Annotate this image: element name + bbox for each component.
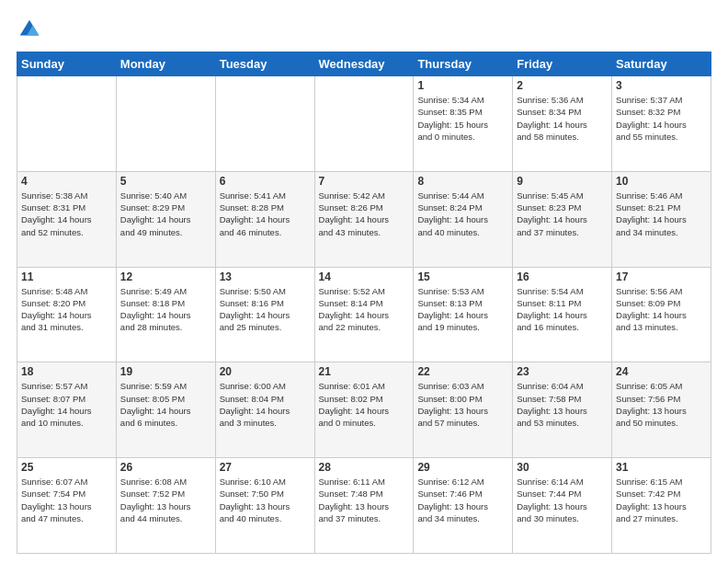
day-number: 24 <box>616 365 707 378</box>
table-row: 12Sunrise: 5:49 AM Sunset: 8:18 PM Dayli… <box>116 267 215 362</box>
day-info: Sunrise: 5:42 AM Sunset: 8:26 PM Dayligh… <box>319 190 410 238</box>
day-info: Sunrise: 5:50 AM Sunset: 8:16 PM Dayligh… <box>220 285 311 334</box>
day-info: Sunrise: 6:05 AM Sunset: 7:56 PM Dayligh… <box>616 380 707 429</box>
day-number: 11 <box>21 270 112 283</box>
calendar-week-row: 1Sunrise: 5:34 AM Sunset: 8:35 PM Daylig… <box>17 76 711 172</box>
day-info: Sunrise: 5:34 AM Sunset: 8:35 PM Dayligh… <box>417 94 508 143</box>
table-row: 24Sunrise: 6:05 AM Sunset: 7:56 PM Dayli… <box>612 362 711 458</box>
table-row: 5Sunrise: 5:40 AM Sunset: 8:29 PM Daylig… <box>116 171 215 267</box>
table-row: 22Sunrise: 6:03 AM Sunset: 8:00 PM Dayli… <box>414 362 513 458</box>
day-number: 6 <box>220 175 311 188</box>
table-row <box>116 76 215 172</box>
calendar-week-row: 25Sunrise: 6:07 AM Sunset: 7:54 PM Dayli… <box>17 458 711 554</box>
table-row: 30Sunrise: 6:14 AM Sunset: 7:44 PM Dayli… <box>513 458 612 554</box>
day-info: Sunrise: 5:52 AM Sunset: 8:14 PM Dayligh… <box>319 285 410 334</box>
table-row <box>314 76 414 172</box>
logo-icon <box>17 17 42 42</box>
day-info: Sunrise: 5:36 AM Sunset: 8:34 PM Dayligh… <box>517 94 608 143</box>
day-number: 19 <box>120 365 211 378</box>
table-row: 10Sunrise: 5:46 AM Sunset: 8:21 PM Dayli… <box>612 171 711 267</box>
day-info: Sunrise: 5:56 AM Sunset: 8:09 PM Dayligh… <box>616 285 707 334</box>
day-number: 7 <box>319 175 410 188</box>
table-row: 8Sunrise: 5:44 AM Sunset: 8:24 PM Daylig… <box>414 171 513 267</box>
day-info: Sunrise: 6:01 AM Sunset: 8:02 PM Dayligh… <box>319 380 410 429</box>
table-row: 17Sunrise: 5:56 AM Sunset: 8:09 PM Dayli… <box>612 267 711 362</box>
day-info: Sunrise: 5:49 AM Sunset: 8:18 PM Dayligh… <box>120 285 211 334</box>
day-info: Sunrise: 5:44 AM Sunset: 8:24 PM Dayligh… <box>417 190 508 238</box>
table-row: 20Sunrise: 6:00 AM Sunset: 8:04 PM Dayli… <box>215 362 314 458</box>
table-row: 13Sunrise: 5:50 AM Sunset: 8:16 PM Dayli… <box>215 267 314 362</box>
day-number: 10 <box>616 175 707 188</box>
col-thursday: Thursday <box>414 52 513 76</box>
col-tuesday: Tuesday <box>215 52 314 76</box>
day-number: 31 <box>616 461 707 474</box>
day-info: Sunrise: 5:59 AM Sunset: 8:05 PM Dayligh… <box>120 380 211 429</box>
day-number: 13 <box>220 270 311 283</box>
day-info: Sunrise: 5:45 AM Sunset: 8:23 PM Dayligh… <box>517 190 608 238</box>
col-sunday: Sunday <box>17 52 117 76</box>
day-number: 15 <box>417 270 508 283</box>
table-row: 19Sunrise: 5:59 AM Sunset: 8:05 PM Dayli… <box>116 362 215 458</box>
day-info: Sunrise: 6:04 AM Sunset: 7:58 PM Dayligh… <box>517 380 608 429</box>
table-row: 6Sunrise: 5:41 AM Sunset: 8:28 PM Daylig… <box>215 171 314 267</box>
col-wednesday: Wednesday <box>314 52 414 76</box>
day-number: 8 <box>417 175 508 188</box>
day-number: 18 <box>21 365 112 378</box>
table-row: 31Sunrise: 6:15 AM Sunset: 7:42 PM Dayli… <box>612 458 711 554</box>
table-row: 16Sunrise: 5:54 AM Sunset: 8:11 PM Dayli… <box>513 267 612 362</box>
day-info: Sunrise: 5:37 AM Sunset: 8:32 PM Dayligh… <box>616 94 707 143</box>
day-info: Sunrise: 5:54 AM Sunset: 8:11 PM Dayligh… <box>517 285 608 334</box>
header <box>17 17 711 42</box>
table-row: 18Sunrise: 5:57 AM Sunset: 8:07 PM Dayli… <box>17 362 117 458</box>
day-number: 23 <box>517 365 608 378</box>
day-info: Sunrise: 6:12 AM Sunset: 7:46 PM Dayligh… <box>417 476 508 524</box>
table-row: 25Sunrise: 6:07 AM Sunset: 7:54 PM Dayli… <box>17 458 117 554</box>
day-number: 20 <box>220 365 311 378</box>
day-info: Sunrise: 6:07 AM Sunset: 7:54 PM Dayligh… <box>21 476 112 524</box>
day-number: 28 <box>319 461 410 474</box>
logo <box>17 17 46 42</box>
day-info: Sunrise: 5:48 AM Sunset: 8:20 PM Dayligh… <box>21 285 112 334</box>
day-info: Sunrise: 5:38 AM Sunset: 8:31 PM Dayligh… <box>21 190 112 238</box>
page: Sunday Monday Tuesday Wednesday Thursday… <box>0 0 728 563</box>
day-number: 2 <box>517 79 608 92</box>
col-monday: Monday <box>116 52 215 76</box>
day-info: Sunrise: 5:41 AM Sunset: 8:28 PM Dayligh… <box>220 190 311 238</box>
day-info: Sunrise: 5:57 AM Sunset: 8:07 PM Dayligh… <box>21 380 112 429</box>
day-info: Sunrise: 6:14 AM Sunset: 7:44 PM Dayligh… <box>517 476 608 524</box>
table-row: 9Sunrise: 5:45 AM Sunset: 8:23 PM Daylig… <box>513 171 612 267</box>
day-number: 30 <box>517 461 608 474</box>
day-info: Sunrise: 6:15 AM Sunset: 7:42 PM Dayligh… <box>616 476 707 524</box>
table-row: 1Sunrise: 5:34 AM Sunset: 8:35 PM Daylig… <box>414 76 513 172</box>
day-info: Sunrise: 5:53 AM Sunset: 8:13 PM Dayligh… <box>417 285 508 334</box>
table-row: 29Sunrise: 6:12 AM Sunset: 7:46 PM Dayli… <box>414 458 513 554</box>
day-number: 1 <box>417 79 508 92</box>
day-number: 14 <box>319 270 410 283</box>
table-row: 21Sunrise: 6:01 AM Sunset: 8:02 PM Dayli… <box>314 362 414 458</box>
day-info: Sunrise: 5:40 AM Sunset: 8:29 PM Dayligh… <box>120 190 211 238</box>
day-number: 4 <box>21 175 112 188</box>
day-number: 17 <box>616 270 707 283</box>
day-info: Sunrise: 6:08 AM Sunset: 7:52 PM Dayligh… <box>120 476 211 524</box>
calendar-week-row: 4Sunrise: 5:38 AM Sunset: 8:31 PM Daylig… <box>17 171 711 267</box>
day-number: 3 <box>616 79 707 92</box>
table-row: 26Sunrise: 6:08 AM Sunset: 7:52 PM Dayli… <box>116 458 215 554</box>
day-info: Sunrise: 5:46 AM Sunset: 8:21 PM Dayligh… <box>616 190 707 238</box>
col-friday: Friday <box>513 52 612 76</box>
table-row: 7Sunrise: 5:42 AM Sunset: 8:26 PM Daylig… <box>314 171 414 267</box>
day-number: 22 <box>417 365 508 378</box>
day-number: 21 <box>319 365 410 378</box>
calendar-week-row: 11Sunrise: 5:48 AM Sunset: 8:20 PM Dayli… <box>17 267 711 362</box>
table-row: 11Sunrise: 5:48 AM Sunset: 8:20 PM Dayli… <box>17 267 117 362</box>
col-saturday: Saturday <box>612 52 711 76</box>
day-number: 16 <box>517 270 608 283</box>
day-number: 12 <box>120 270 211 283</box>
day-number: 29 <box>417 461 508 474</box>
day-info: Sunrise: 6:00 AM Sunset: 8:04 PM Dayligh… <box>220 380 311 429</box>
table-row: 14Sunrise: 5:52 AM Sunset: 8:14 PM Dayli… <box>314 267 414 362</box>
day-number: 9 <box>517 175 608 188</box>
table-row: 3Sunrise: 5:37 AM Sunset: 8:32 PM Daylig… <box>612 76 711 172</box>
day-info: Sunrise: 6:11 AM Sunset: 7:48 PM Dayligh… <box>319 476 410 524</box>
day-number: 27 <box>220 461 311 474</box>
table-row: 2Sunrise: 5:36 AM Sunset: 8:34 PM Daylig… <box>513 76 612 172</box>
